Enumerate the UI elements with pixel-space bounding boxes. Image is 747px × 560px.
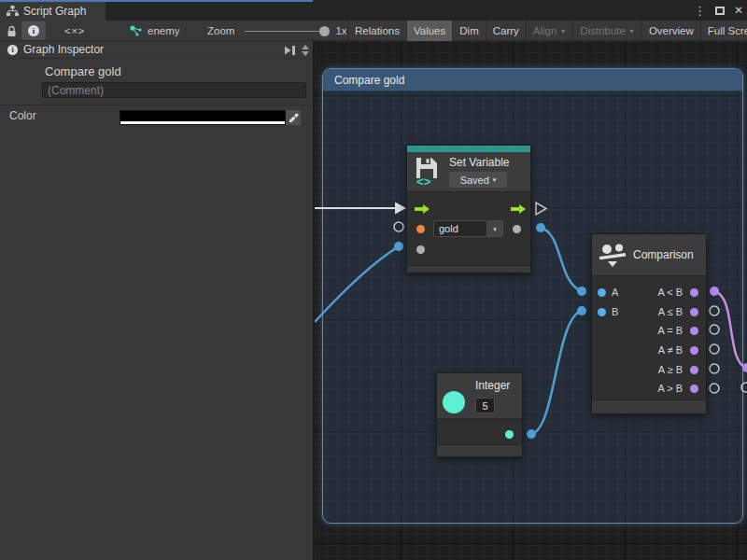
output-label: A ≤ B — [658, 306, 683, 317]
comparison-node[interactable]: Comparison A B A < B A ≤ B A = B A ≠ B A… — [591, 233, 707, 414]
graph-reference-label: enemy — [148, 25, 180, 36]
chevron-down-icon: ▼ — [628, 28, 635, 35]
set-variable-node[interactable]: <> Set Variable Saved ▾ gold ▾ — [406, 145, 531, 273]
window-menu-icon[interactable]: ⋮ — [694, 4, 706, 18]
output-port-greater[interactable] — [690, 385, 698, 393]
dock-panel-icon[interactable] — [283, 45, 296, 56]
tab-bar: Script Graph ⋮ ✕ — [0, 0, 747, 21]
zoom-slider[interactable] — [245, 31, 327, 32]
output-label: A ≠ B — [658, 344, 683, 356]
save-variable-icon: <> — [415, 156, 443, 188]
tab-title: Script Graph — [23, 5, 86, 18]
toolbar-left: i <×> enemy Zoom 1x — [0, 21, 347, 41]
tab-script-graph[interactable]: Script Graph — [0, 2, 106, 21]
group-title: Compare gold — [334, 74, 404, 87]
chevron-down-icon: ▼ — [559, 28, 566, 35]
output-port-less[interactable] — [690, 288, 698, 297]
integer-output-port[interactable] — [505, 430, 514, 439]
chevron-down-icon: ▾ — [493, 226, 497, 232]
graph-inspector-header: i Graph Inspector — [0, 41, 313, 59]
graph-name: Compare gold — [45, 64, 121, 78]
relations-button[interactable]: Relations — [347, 21, 406, 41]
node-footer — [437, 444, 522, 456]
maximize-icon[interactable] — [715, 7, 725, 15]
node-header[interactable]: Integer 5 — [437, 373, 522, 419]
zoom-value: 1x — [335, 25, 346, 36]
dim-button[interactable]: Dim — [452, 21, 485, 41]
comment-input[interactable] — [42, 82, 306, 98]
input-label-a: A — [612, 287, 618, 298]
chevron-down-icon: ▾ — [493, 176, 497, 183]
values-button[interactable]: Values — [406, 21, 452, 41]
graph-inspector-panel: i Graph Inspector Compare gold Color — [0, 41, 313, 560]
info-icon: i — [7, 45, 18, 55]
integer-type-icon — [443, 391, 465, 413]
color-label: Color — [9, 109, 36, 122]
control-input-arrow[interactable] — [415, 204, 430, 214]
full-screen-button[interactable]: Full Screen — [700, 21, 747, 41]
output-label: A > B — [657, 383, 683, 394]
variable-name-select[interactable]: gold — [433, 220, 487, 237]
zoom-label: Zoom — [207, 25, 234, 36]
spinner-down-icon[interactable] — [302, 51, 309, 56]
node-title: Integer — [475, 379, 510, 392]
alpha-bar — [120, 121, 285, 124]
lock-icon[interactable] — [7, 21, 17, 40]
output-label: A = B — [657, 325, 683, 336]
input-port-b[interactable] — [598, 308, 606, 316]
node-footer — [407, 265, 530, 273]
divider — [0, 105, 313, 105]
output-port-less-equal[interactable] — [690, 308, 698, 316]
zoom-control: Zoom 1x — [207, 25, 347, 36]
node-footer — [592, 399, 706, 413]
info-icon: i — [28, 25, 39, 36]
eyedropper-button[interactable] — [286, 110, 301, 125]
node-title: Set Variable — [449, 156, 509, 169]
value-output-port[interactable] — [513, 225, 521, 233]
integer-value-field[interactable]: 5 — [475, 398, 495, 413]
distribute-dropdown[interactable]: Distribute▼ — [572, 21, 641, 41]
spinner-up-icon[interactable] — [302, 45, 309, 49]
group-header[interactable]: Compare gold — [323, 69, 742, 91]
input-port-a[interactable] — [598, 288, 606, 297]
output-port-greater-equal[interactable] — [690, 366, 698, 374]
output-port-equal[interactable] — [690, 327, 698, 335]
color-field[interactable] — [120, 110, 301, 125]
svg-text:<>: <> — [416, 175, 431, 188]
graph-reference[interactable]: enemy — [130, 25, 180, 36]
input-label-b: B — [612, 306, 618, 317]
script-graph-window: Script Graph ⋮ ✕ i <×> — [0, 0, 747, 560]
control-output-arrow[interactable] — [511, 204, 526, 214]
output-port-not-equal[interactable] — [690, 346, 698, 355]
color-swatch[interactable] — [120, 110, 286, 125]
integer-node[interactable]: Integer 5 — [436, 372, 523, 457]
overview-button[interactable]: Overview — [641, 21, 700, 41]
eyedropper-icon — [289, 113, 299, 123]
window-controls: ⋮ ✕ — [694, 0, 743, 21]
variable-name-port[interactable] — [416, 225, 425, 233]
output-label: A < B — [657, 287, 683, 298]
code-view-icon[interactable]: <×> — [64, 25, 85, 36]
node-header[interactable]: Comparison — [592, 234, 706, 276]
align-dropdown[interactable]: Align▼ — [526, 21, 573, 41]
variables-icon — [130, 25, 143, 36]
variable-name-dropdown-button[interactable]: ▾ — [487, 220, 503, 237]
graph-canvas[interactable]: Compare gold — [313, 41, 747, 560]
variable-scope-dropdown[interactable]: Saved ▾ — [449, 172, 507, 188]
node-header[interactable]: <> Set Variable Saved ▾ — [407, 152, 530, 192]
node-accent-bar — [407, 146, 530, 152]
graph-toolbar: i <×> enemy Zoom 1x Relation — [0, 21, 747, 41]
carry-button[interactable]: Carry — [486, 21, 526, 41]
zoom-slider-handle[interactable] — [319, 26, 330, 36]
inspector-toggle-button[interactable]: i — [21, 21, 46, 40]
panel-spinner[interactable] — [302, 45, 309, 56]
value-input-port[interactable] — [416, 245, 425, 254]
toolbar-buttons: Relations Values Dim Carry Align▼ Distri… — [347, 21, 747, 41]
output-label: A ≥ B — [658, 364, 683, 375]
node-title: Comparison — [633, 248, 694, 261]
comparison-scale-icon — [599, 243, 627, 269]
graph-inspector-title: Graph Inspector — [23, 43, 104, 56]
graph-tree-icon — [7, 6, 19, 17]
close-icon[interactable]: ✕ — [734, 4, 743, 17]
